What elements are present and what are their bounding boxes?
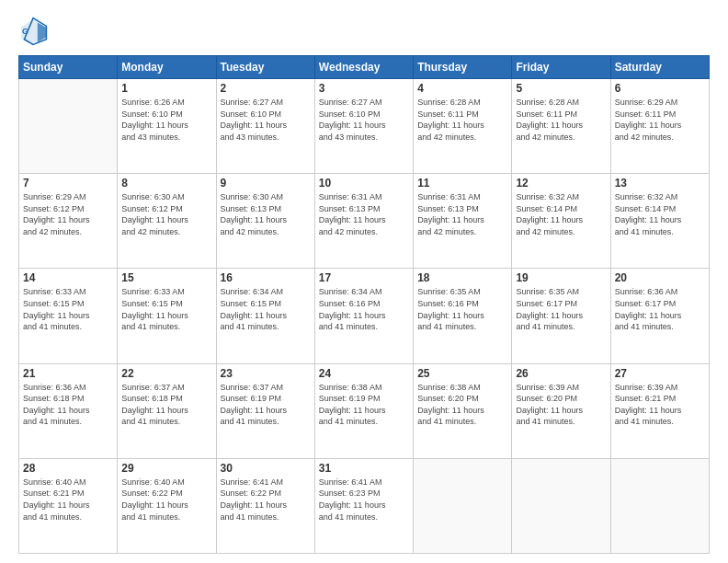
day-number: 18: [417, 271, 507, 284]
page: G SundayMondayTuesdayWednesdayThursdayFr…: [0, 0, 728, 563]
calendar-cell: 28Sunrise: 6:40 AM Sunset: 6:21 PM Dayli…: [19, 458, 118, 553]
day-number: 12: [516, 177, 606, 190]
day-info: Sunrise: 6:33 AM Sunset: 6:15 PM Dayligh…: [23, 286, 113, 332]
calendar-header-row: SundayMondayTuesdayWednesdayThursdayFrid…: [19, 56, 710, 79]
calendar-week-row: 1Sunrise: 6:26 AM Sunset: 6:10 PM Daylig…: [19, 79, 710, 174]
day-number: 24: [319, 367, 409, 380]
calendar-cell: 31Sunrise: 6:41 AM Sunset: 6:23 PM Dayli…: [314, 458, 413, 553]
header: G: [18, 17, 710, 46]
day-number: 31: [319, 462, 409, 475]
day-number: 17: [319, 271, 409, 284]
calendar-cell: [610, 458, 709, 553]
calendar-cell: 27Sunrise: 6:39 AM Sunset: 6:21 PM Dayli…: [610, 363, 709, 458]
day-info: Sunrise: 6:35 AM Sunset: 6:17 PM Dayligh…: [516, 286, 606, 332]
day-number: 11: [417, 177, 507, 190]
day-number: 16: [221, 271, 311, 284]
day-number: 26: [516, 367, 606, 380]
day-number: 30: [221, 462, 311, 475]
calendar-cell: [512, 458, 610, 553]
day-number: 15: [121, 271, 211, 284]
day-number: 29: [121, 462, 211, 475]
day-number: 19: [516, 271, 606, 284]
calendar-cell: 4Sunrise: 6:28 AM Sunset: 6:11 PM Daylig…: [414, 79, 512, 174]
calendar-cell: 14Sunrise: 6:33 AM Sunset: 6:15 PM Dayli…: [19, 269, 118, 363]
day-info: Sunrise: 6:29 AM Sunset: 6:11 PM Dayligh…: [615, 97, 705, 143]
weekday-header: Tuesday: [216, 56, 314, 79]
day-info: Sunrise: 6:41 AM Sunset: 6:22 PM Dayligh…: [221, 477, 311, 523]
weekday-header: Monday: [118, 56, 216, 79]
calendar-cell: 22Sunrise: 6:37 AM Sunset: 6:18 PM Dayli…: [118, 363, 216, 458]
day-number: 10: [319, 177, 409, 190]
day-info: Sunrise: 6:38 AM Sunset: 6:19 PM Dayligh…: [319, 382, 409, 428]
calendar-cell: 1Sunrise: 6:26 AM Sunset: 6:10 PM Daylig…: [118, 79, 216, 174]
calendar-cell: 16Sunrise: 6:34 AM Sunset: 6:15 PM Dayli…: [216, 269, 314, 363]
weekday-header: Wednesday: [314, 56, 413, 79]
day-number: 1: [121, 82, 211, 95]
day-number: 7: [23, 177, 113, 190]
calendar-cell: 25Sunrise: 6:38 AM Sunset: 6:20 PM Dayli…: [414, 363, 512, 458]
day-info: Sunrise: 6:41 AM Sunset: 6:23 PM Dayligh…: [319, 477, 409, 523]
day-info: Sunrise: 6:28 AM Sunset: 6:11 PM Dayligh…: [516, 97, 606, 143]
weekday-header: Saturday: [610, 56, 709, 79]
day-number: 2: [221, 82, 311, 95]
svg-text:G: G: [22, 27, 28, 36]
day-info: Sunrise: 6:33 AM Sunset: 6:15 PM Dayligh…: [121, 286, 211, 332]
logo-icon: G: [18, 17, 48, 46]
calendar-cell: 26Sunrise: 6:39 AM Sunset: 6:20 PM Dayli…: [512, 363, 610, 458]
calendar-cell: 6Sunrise: 6:29 AM Sunset: 6:11 PM Daylig…: [610, 79, 709, 174]
day-number: 9: [221, 177, 311, 190]
calendar-cell: 2Sunrise: 6:27 AM Sunset: 6:10 PM Daylig…: [216, 79, 314, 174]
calendar-cell: 29Sunrise: 6:40 AM Sunset: 6:22 PM Dayli…: [118, 458, 216, 553]
day-number: 21: [23, 367, 113, 380]
day-info: Sunrise: 6:30 AM Sunset: 6:12 PM Dayligh…: [121, 191, 211, 237]
day-number: 20: [615, 271, 705, 284]
day-info: Sunrise: 6:28 AM Sunset: 6:11 PM Dayligh…: [417, 97, 507, 143]
calendar-cell: 18Sunrise: 6:35 AM Sunset: 6:16 PM Dayli…: [414, 269, 512, 363]
logo: G: [18, 17, 51, 46]
day-info: Sunrise: 6:37 AM Sunset: 6:18 PM Dayligh…: [121, 382, 211, 428]
day-info: Sunrise: 6:39 AM Sunset: 6:21 PM Dayligh…: [615, 382, 705, 428]
day-number: 28: [23, 462, 113, 475]
calendar-cell: 8Sunrise: 6:30 AM Sunset: 6:12 PM Daylig…: [118, 174, 216, 269]
calendar-week-row: 28Sunrise: 6:40 AM Sunset: 6:21 PM Dayli…: [19, 458, 710, 553]
day-info: Sunrise: 6:34 AM Sunset: 6:16 PM Dayligh…: [319, 286, 409, 332]
calendar-cell: 10Sunrise: 6:31 AM Sunset: 6:13 PM Dayli…: [314, 174, 413, 269]
calendar-cell: 20Sunrise: 6:36 AM Sunset: 6:17 PM Dayli…: [610, 269, 709, 363]
calendar-cell: 15Sunrise: 6:33 AM Sunset: 6:15 PM Dayli…: [118, 269, 216, 363]
calendar-cell: 9Sunrise: 6:30 AM Sunset: 6:13 PM Daylig…: [216, 174, 314, 269]
day-info: Sunrise: 6:32 AM Sunset: 6:14 PM Dayligh…: [615, 191, 705, 237]
day-number: 8: [121, 177, 211, 190]
day-info: Sunrise: 6:27 AM Sunset: 6:10 PM Dayligh…: [319, 97, 409, 143]
day-number: 4: [417, 82, 507, 95]
calendar-cell: [414, 458, 512, 553]
day-info: Sunrise: 6:29 AM Sunset: 6:12 PM Dayligh…: [23, 191, 113, 237]
calendar-table: SundayMondayTuesdayWednesdayThursdayFrid…: [18, 55, 710, 554]
day-number: 23: [221, 367, 311, 380]
day-info: Sunrise: 6:31 AM Sunset: 6:13 PM Dayligh…: [417, 191, 507, 237]
day-info: Sunrise: 6:34 AM Sunset: 6:15 PM Dayligh…: [221, 286, 311, 332]
calendar-cell: 30Sunrise: 6:41 AM Sunset: 6:22 PM Dayli…: [216, 458, 314, 553]
calendar-cell: 21Sunrise: 6:36 AM Sunset: 6:18 PM Dayli…: [19, 363, 118, 458]
calendar-week-row: 7Sunrise: 6:29 AM Sunset: 6:12 PM Daylig…: [19, 174, 710, 269]
calendar-week-row: 14Sunrise: 6:33 AM Sunset: 6:15 PM Dayli…: [19, 269, 710, 363]
calendar-cell: 19Sunrise: 6:35 AM Sunset: 6:17 PM Dayli…: [512, 269, 610, 363]
day-number: 3: [319, 82, 409, 95]
day-info: Sunrise: 6:37 AM Sunset: 6:19 PM Dayligh…: [221, 382, 311, 428]
calendar-cell: 11Sunrise: 6:31 AM Sunset: 6:13 PM Dayli…: [414, 174, 512, 269]
weekday-header: Friday: [512, 56, 610, 79]
calendar-cell: 7Sunrise: 6:29 AM Sunset: 6:12 PM Daylig…: [19, 174, 118, 269]
day-info: Sunrise: 6:30 AM Sunset: 6:13 PM Dayligh…: [221, 191, 311, 237]
day-info: Sunrise: 6:32 AM Sunset: 6:14 PM Dayligh…: [516, 191, 606, 237]
calendar-cell: 3Sunrise: 6:27 AM Sunset: 6:10 PM Daylig…: [314, 79, 413, 174]
calendar-cell: 24Sunrise: 6:38 AM Sunset: 6:19 PM Dayli…: [314, 363, 413, 458]
day-info: Sunrise: 6:36 AM Sunset: 6:17 PM Dayligh…: [615, 286, 705, 332]
day-number: 5: [516, 82, 606, 95]
day-info: Sunrise: 6:39 AM Sunset: 6:20 PM Dayligh…: [516, 382, 606, 428]
day-info: Sunrise: 6:31 AM Sunset: 6:13 PM Dayligh…: [319, 191, 409, 237]
day-info: Sunrise: 6:36 AM Sunset: 6:18 PM Dayligh…: [23, 382, 113, 428]
calendar-cell: 12Sunrise: 6:32 AM Sunset: 6:14 PM Dayli…: [512, 174, 610, 269]
day-info: Sunrise: 6:40 AM Sunset: 6:22 PM Dayligh…: [121, 477, 211, 523]
calendar-week-row: 21Sunrise: 6:36 AM Sunset: 6:18 PM Dayli…: [19, 363, 710, 458]
day-info: Sunrise: 6:38 AM Sunset: 6:20 PM Dayligh…: [417, 382, 507, 428]
day-number: 13: [615, 177, 705, 190]
